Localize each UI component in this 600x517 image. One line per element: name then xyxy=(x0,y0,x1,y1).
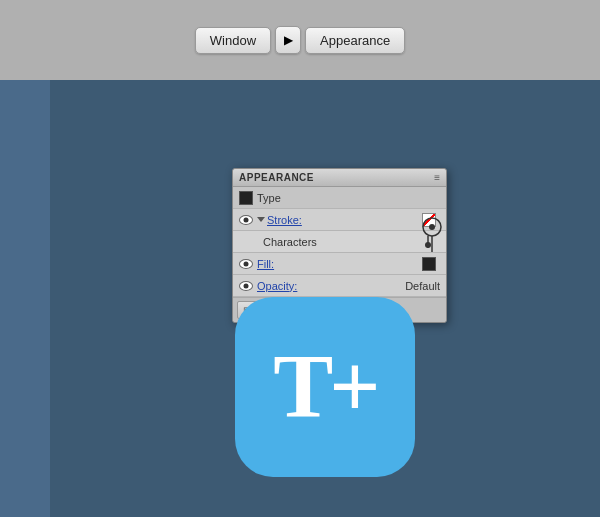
fill-swatch[interactable] xyxy=(422,257,436,271)
app-icon-text: T+ xyxy=(273,342,376,432)
panel-collapse-icon[interactable]: ≡ xyxy=(434,172,440,183)
characters-label: Characters xyxy=(263,236,400,248)
opacity-row: Opacity: Default xyxy=(233,275,446,297)
stroke-swatch[interactable] xyxy=(422,213,436,227)
type-row: Type xyxy=(233,187,446,209)
panel-titlebar[interactable]: APPEARANCE ≡ xyxy=(233,169,446,187)
canvas-area: APPEARANCE ≡ Type Stroke: Characters xyxy=(50,80,600,517)
characters-row: Characters xyxy=(233,231,446,253)
opacity-visibility-eye[interactable] xyxy=(239,281,253,291)
fill-label[interactable]: Fill: xyxy=(257,258,422,270)
stroke-expand-arrow[interactable] xyxy=(257,217,265,222)
stroke-label[interactable]: Stroke: xyxy=(267,214,422,226)
appearance-button[interactable]: Appearance xyxy=(305,27,405,54)
opacity-label[interactable]: Opacity: xyxy=(257,280,401,292)
characters-connector xyxy=(400,236,440,248)
type-label: Type xyxy=(257,192,440,204)
window-button[interactable]: Window xyxy=(195,27,271,54)
toolbar: Window ▶ Appearance xyxy=(0,0,600,80)
arrow-button[interactable]: ▶ xyxy=(275,26,301,54)
type-color-swatch xyxy=(239,191,253,205)
panel-title: APPEARANCE xyxy=(239,172,314,183)
stroke-visibility-eye[interactable] xyxy=(239,215,253,225)
app-icon: T+ xyxy=(235,297,415,477)
fill-visibility-eye[interactable] xyxy=(239,259,253,269)
opacity-value: Default xyxy=(405,280,440,292)
fill-row: Fill: xyxy=(233,253,446,275)
stroke-row: Stroke: xyxy=(233,209,446,231)
svg-point-4 xyxy=(425,242,431,248)
